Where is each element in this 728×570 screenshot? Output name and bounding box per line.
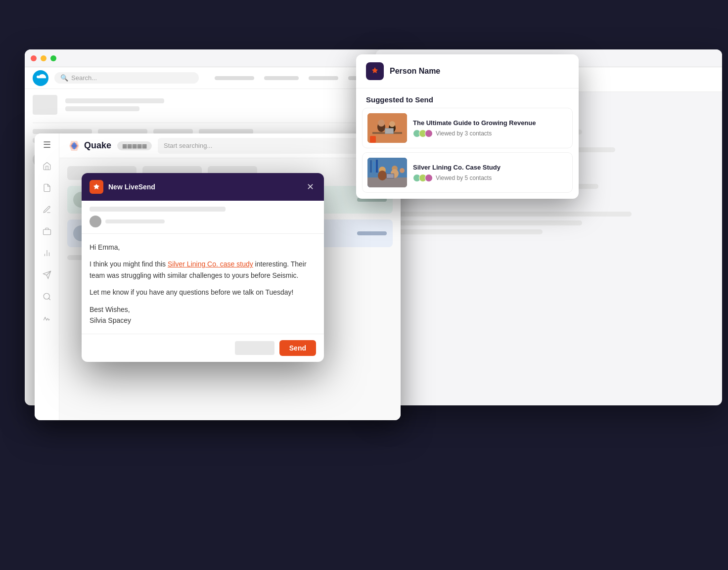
livesend-icon	[90, 180, 103, 194]
svg-rect-28	[376, 160, 378, 173]
email-greeting: Hi Emma,	[90, 242, 316, 253]
contact-dots-1	[413, 130, 433, 137]
thumbnail-1	[367, 113, 407, 143]
minimize-dot	[41, 55, 46, 61]
svg-point-17	[378, 120, 385, 127]
suggested-item-1[interactable]: The Ultimate Guide to Growing Revenue Vi…	[362, 108, 573, 148]
email-modal-header: New LiveSend ✕	[82, 173, 324, 201]
sidebar-item-document[interactable]	[41, 182, 53, 194]
suggested-info-1: The Ultimate Guide to Growing Revenue Vi…	[413, 119, 567, 137]
viewed-row-2: Viewed by 5 contacts	[413, 174, 567, 182]
search-tag[interactable]: ▦▦▦▦▦	[117, 141, 152, 150]
suggested-item-2[interactable]: Silver Lining Co. Case Study Viewed by 5…	[362, 152, 573, 193]
email-modal-title: New LiveSend	[108, 183, 299, 191]
email-signature-line1: Best Wishes,	[90, 304, 316, 315]
suggested-list: The Ultimate Guide to Growing Revenue Vi…	[356, 108, 579, 199]
suggested-panel: Person Name Suggested to Send	[356, 54, 579, 199]
search-placeholder-text: Start searching...	[164, 142, 212, 149]
svg-rect-27	[373, 162, 375, 173]
viewed-text-1: Viewed by 3 contacts	[436, 130, 492, 137]
email-case-study-link[interactable]: Silver Lining Co. case study	[168, 260, 253, 268]
viewed-text-2: Viewed by 5 contacts	[436, 175, 492, 181]
suggested-item-title-2: Silver Lining Co. Case Study	[413, 164, 567, 171]
email-fields	[82, 201, 324, 234]
svg-rect-0	[43, 229, 50, 235]
crm-search[interactable]: 🔍 Search...	[54, 72, 199, 84]
email-body-line3: Let me know if you have any questions be…	[90, 287, 316, 298]
salesforce-logo	[33, 70, 48, 86]
nav-item-3	[309, 76, 338, 80]
svg-point-33	[400, 168, 405, 173]
send-button[interactable]: Send	[279, 340, 316, 356]
email-body-line1: I think you might find this	[90, 260, 168, 268]
maximize-dot	[50, 55, 56, 61]
sidebar-item-send[interactable]	[41, 269, 53, 281]
person-icon	[366, 62, 384, 80]
email-signature-line2: Silvia Spacey	[90, 315, 316, 326]
email-body: Hi Emma, I think you might find this Sil…	[82, 234, 324, 334]
email-close-button[interactable]: ✕	[304, 181, 316, 193]
svg-rect-22	[370, 136, 376, 143]
email-body-paragraph: I think you might find this Silver Linin…	[90, 259, 316, 281]
viewed-row-1: Viewed by 3 contacts	[413, 130, 567, 137]
sidebar-item-search[interactable]	[41, 291, 53, 303]
svg-point-30	[378, 171, 387, 180]
svg-point-19	[389, 121, 395, 127]
nav-item-2	[264, 76, 299, 80]
suggested-header: Person Name	[356, 54, 579, 88]
quake-sidebar: ☰	[35, 133, 59, 420]
email-recipients	[90, 216, 316, 227]
close-dot	[31, 55, 37, 61]
person-name: Person Name	[390, 67, 440, 76]
svg-point-6	[44, 293, 49, 299]
thumbnail-2	[367, 158, 407, 187]
suggested-title: Suggested to Send	[356, 88, 579, 108]
sidebar-item-pen[interactable]	[41, 204, 53, 216]
sidebar-item-signature[interactable]	[41, 312, 53, 324]
contact-dots-2	[413, 174, 433, 182]
search-icon: 🔍	[60, 74, 68, 82]
sidebar-item-chart[interactable]	[41, 247, 53, 259]
crm-titlebar	[25, 49, 401, 67]
svg-rect-26	[370, 160, 372, 173]
svg-rect-21	[385, 129, 393, 133]
quake-logo-text: Quake	[84, 140, 111, 151]
quake-topbar: Quake ▦▦▦▦▦ Start searching...	[59, 133, 401, 158]
email-footer: Send	[82, 334, 324, 362]
email-modal: New LiveSend ✕ Hi Emma, I think you migh…	[82, 173, 324, 362]
crm-top-bar: 🔍 Search...	[25, 67, 401, 89]
suggested-info-2: Silver Lining Co. Case Study Viewed by 5…	[413, 164, 567, 182]
svg-rect-35	[387, 174, 394, 178]
sidebar-menu-icon[interactable]: ☰	[43, 139, 51, 150]
footer-placeholder	[235, 341, 274, 355]
sidebar-item-briefcase[interactable]	[41, 225, 53, 237]
quake-logo: Quake	[67, 139, 111, 153]
nav-item-1	[215, 76, 254, 80]
svg-line-7	[48, 298, 50, 300]
sidebar-item-home[interactable]	[41, 160, 53, 172]
suggested-item-title-1: The Ultimate Guide to Growing Revenue	[413, 119, 567, 127]
search-placeholder: Search...	[71, 74, 97, 82]
